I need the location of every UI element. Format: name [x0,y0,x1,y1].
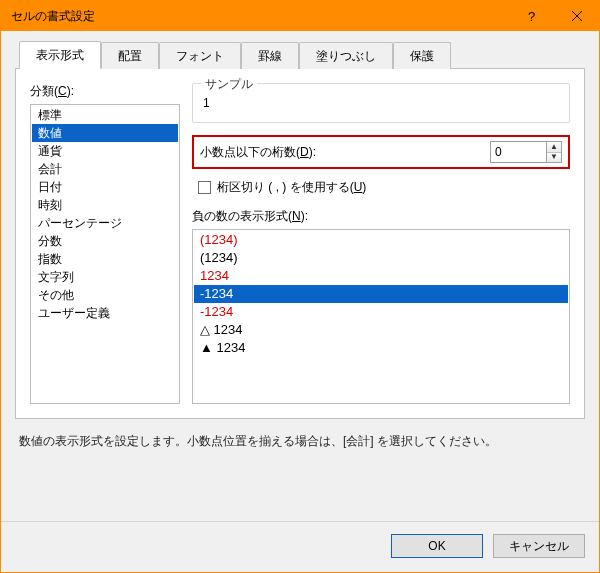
chevron-down-icon: ▼ [550,153,558,161]
decimal-places-row: 小数点以下の桁数(D): ▲ ▼ [192,135,570,169]
tab-font[interactable]: フォント [159,42,241,69]
spinner-down-button[interactable]: ▼ [547,153,561,163]
list-item[interactable]: △ 1234 [194,321,568,339]
ok-button[interactable]: OK [391,534,483,558]
list-item[interactable]: その他 [32,286,178,304]
tab-body: 分類(C): 標準 数値 通貨 会計 日付 時刻 パーセンテージ 分数 指数 文… [15,69,585,419]
negative-label-hotkey: N [292,209,301,223]
list-item[interactable]: 通貨 [32,142,178,160]
category-label: 分類(C): [30,83,180,100]
list-item[interactable]: 標準 [32,106,178,124]
decimal-label-suffix: ): [309,145,316,159]
thousands-label-prefix: 桁区切り ( , ) を使用する( [217,180,354,194]
sample-label: サンプル [201,76,257,93]
list-item[interactable]: (1234) [194,231,568,249]
negative-format-label: 負の数の表示形式(N): [192,208,570,225]
window-title: セルの書式設定 [11,8,509,25]
description-text: 数値の表示形式を設定します。小数点位置を揃える場合は、[会計] を選択してくださ… [19,433,581,521]
list-item[interactable]: 分数 [32,232,178,250]
category-listbox[interactable]: 標準 数値 通貨 会計 日付 時刻 パーセンテージ 分数 指数 文字列 その他 … [30,104,180,404]
sample-value: 1 [203,96,559,110]
format-cells-dialog: セルの書式設定 ? 表示形式 配置 フォント 罫線 塗りつぶし 保護 分類(C)… [0,0,600,573]
category-label-hotkey: C [58,84,67,98]
category-column: 分類(C): 標準 数値 通貨 会計 日付 時刻 パーセンテージ 分数 指数 文… [30,83,180,404]
thousands-label-suffix: ) [362,180,366,194]
spinner-buttons: ▲ ▼ [546,141,562,163]
decimal-places-label: 小数点以下の桁数(D): [200,144,316,161]
titlebar: セルの書式設定 ? [1,1,599,31]
close-icon [572,11,582,21]
tab-fill[interactable]: 塗りつぶし [299,42,393,69]
list-item[interactable]: 文字列 [32,268,178,286]
list-item[interactable]: -1234 [194,303,568,321]
category-label-suffix: ): [67,84,74,98]
list-item[interactable]: 指数 [32,250,178,268]
list-item[interactable]: 会計 [32,160,178,178]
sample-group: サンプル 1 [192,83,570,123]
list-item[interactable]: -1234 [194,285,568,303]
decimal-places-input[interactable] [490,141,546,163]
tab-protection[interactable]: 保護 [393,42,451,69]
list-item[interactable]: 日付 [32,178,178,196]
decimal-label-prefix: 小数点以下の桁数( [200,145,300,159]
decimal-label-hotkey: D [300,145,309,159]
list-item[interactable]: 1234 [194,267,568,285]
decimal-places-spinner: ▲ ▼ [490,141,562,163]
negative-format-listbox[interactable]: (1234) (1234) 1234 -1234 -1234 △ 1234 ▲ … [192,229,570,404]
list-item[interactable]: (1234) [194,249,568,267]
spinner-up-button[interactable]: ▲ [547,142,561,153]
list-item[interactable]: ▲ 1234 [194,339,568,357]
tabstrip: 表示形式 配置 フォント 罫線 塗りつぶし 保護 [15,41,585,69]
tab-border[interactable]: 罫線 [241,42,299,69]
category-label-prefix: 分類( [30,84,58,98]
list-item[interactable]: ユーザー定義 [32,304,178,322]
tab-alignment[interactable]: 配置 [101,42,159,69]
thousands-separator-label: 桁区切り ( , ) を使用する(U) [217,179,366,196]
dialog-button-row: OK キャンセル [1,521,599,572]
tab-number-format[interactable]: 表示形式 [19,41,101,69]
negative-label-suffix: ): [301,209,308,223]
thousands-separator-row: 桁区切り ( , ) を使用する(U) [198,179,570,196]
list-item[interactable]: 時刻 [32,196,178,214]
client-area: 表示形式 配置 フォント 罫線 塗りつぶし 保護 分類(C): 標準 数値 通貨… [1,31,599,521]
detail-column: サンプル 1 小数点以下の桁数(D): ▲ ▼ [192,83,570,404]
list-item[interactable]: パーセンテージ [32,214,178,232]
thousands-separator-checkbox[interactable] [198,181,211,194]
cancel-button[interactable]: キャンセル [493,534,585,558]
chevron-up-icon: ▲ [550,143,558,151]
close-button[interactable] [554,1,599,31]
negative-label-prefix: 負の数の表示形式( [192,209,292,223]
help-button[interactable]: ? [509,1,554,31]
list-item[interactable]: 数値 [32,124,178,142]
